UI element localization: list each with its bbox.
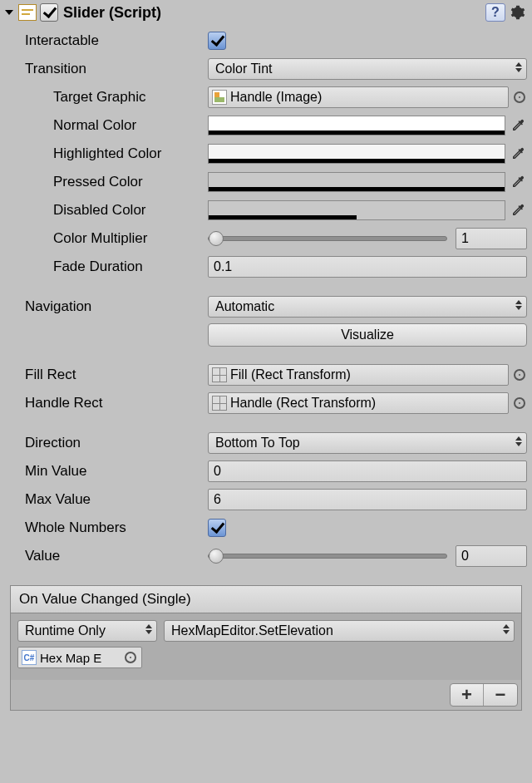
eyedropper-icon[interactable] (509, 116, 527, 135)
normal-color-field[interactable] (208, 116, 505, 135)
component-title: Slider (Script) (63, 4, 161, 22)
event-target-field[interactable]: C# Hex Map E (17, 647, 142, 668)
row-min-value: Min Value 0 (5, 457, 527, 485)
handle-rect-value: Handle (Rect Transform) (230, 396, 376, 411)
image-icon (212, 90, 227, 105)
eyedropper-icon[interactable] (509, 145, 527, 163)
row-max-value: Max Value 6 (5, 485, 527, 514)
object-picker-button[interactable] (123, 650, 138, 665)
row-fill-rect: Fill Rect Fill (Rect Transform) (5, 361, 527, 389)
label-color-multiplier: Color Multiplier (5, 230, 208, 247)
min-value-input[interactable]: 0 (208, 460, 527, 482)
label-whole-numbers: Whole Numbers (5, 520, 208, 536)
value-input[interactable]: 0 (456, 545, 527, 567)
event-method-dropdown[interactable]: HexMapEditor.SetElevation (164, 620, 515, 642)
eyedropper-icon[interactable] (509, 201, 527, 219)
pressed-color-field[interactable] (208, 172, 505, 192)
event-call-mode-dropdown[interactable]: Runtime Only (17, 620, 157, 642)
fill-rect-value: Fill (Rect Transform) (230, 367, 351, 382)
row-disabled-color: Disabled Color (5, 196, 527, 224)
max-value-text: 6 (214, 492, 221, 507)
row-interactable: Interactable (5, 27, 527, 55)
label-interactable: Interactable (5, 32, 208, 49)
label-normal-color: Normal Color (5, 117, 208, 134)
event-footer: + − (11, 680, 521, 710)
cs-script-icon: C# (22, 650, 37, 665)
object-picker-button[interactable] (512, 396, 527, 411)
eyedropper-icon[interactable] (509, 173, 527, 191)
label-min-value: Min Value (5, 463, 208, 480)
row-value: Value 0 (5, 542, 527, 570)
navigation-dropdown[interactable]: Automatic (208, 296, 527, 318)
fill-rect-field[interactable]: Fill (Rect Transform) (208, 364, 509, 386)
row-fade-duration: Fade Duration 0.1 (5, 253, 527, 281)
event-title: On Value Changed (Single) (11, 586, 521, 613)
rect-transform-icon (212, 396, 227, 411)
event-target-value: Hex Map E (40, 651, 101, 665)
help-icon[interactable]: ? (485, 3, 505, 22)
row-normal-color: Normal Color (5, 111, 527, 140)
object-picker-button[interactable] (512, 90, 527, 105)
label-handle-rect: Handle Rect (5, 395, 208, 411)
object-picker-button[interactable] (512, 367, 527, 382)
label-pressed-color: Pressed Color (5, 174, 208, 190)
label-fill-rect: Fill Rect (5, 367, 208, 383)
row-handle-rect: Handle Rect Handle (Rect Transform) (5, 389, 527, 417)
row-direction: Direction Bottom To Top (5, 429, 527, 457)
target-graphic-field[interactable]: Handle (Image) (208, 86, 509, 108)
label-max-value: Max Value (5, 491, 208, 508)
row-target-graphic: Target Graphic Handle (Image) (5, 83, 527, 111)
highlighted-color-field[interactable] (208, 144, 505, 164)
navigation-value: Automatic (215, 299, 274, 314)
row-visualize: Visualize (5, 321, 527, 349)
color-multiplier-value: 1 (461, 231, 469, 246)
fade-duration-value: 0.1 (214, 259, 232, 274)
on-value-changed-event: On Value Changed (Single) Runtime Only H… (10, 585, 522, 711)
whole-numbers-checkbox[interactable] (208, 519, 226, 537)
foldout-toggle[interactable] (5, 10, 13, 15)
label-navigation: Navigation (5, 298, 208, 315)
row-transition: Transition Color Tint (5, 55, 527, 83)
direction-value: Bottom To Top (215, 436, 300, 451)
color-multiplier-input[interactable]: 1 (456, 228, 527, 249)
value-slider[interactable] (208, 545, 452, 567)
event-add-remove-buttons: + − (450, 683, 518, 707)
script-icon (18, 4, 37, 21)
add-event-button[interactable]: + (451, 684, 484, 706)
fade-duration-input[interactable]: 0.1 (208, 256, 527, 278)
handle-rect-field[interactable]: Handle (Rect Transform) (208, 392, 509, 414)
min-value-text: 0 (214, 464, 221, 479)
max-value-input[interactable]: 6 (208, 489, 527, 510)
label-fade-duration: Fade Duration (5, 259, 208, 275)
row-color-multiplier: Color Multiplier 1 (5, 224, 527, 253)
interactable-checkbox[interactable] (208, 32, 226, 50)
color-multiplier-slider[interactable] (208, 228, 452, 249)
disabled-color-field[interactable] (208, 200, 505, 220)
target-graphic-value: Handle (Image) (230, 90, 322, 105)
slider-component-inspector: Slider (Script) ? Interactable Transitio… (0, 0, 532, 716)
direction-dropdown[interactable]: Bottom To Top (208, 432, 527, 454)
row-navigation: Navigation Automatic (5, 293, 527, 321)
label-disabled-color: Disabled Color (5, 202, 208, 219)
label-direction: Direction (5, 435, 208, 451)
rect-transform-icon (212, 367, 227, 382)
event-body: Runtime Only HexMapEditor.SetElevation C… (11, 613, 521, 680)
gear-icon[interactable] (509, 3, 527, 22)
row-highlighted-color: Highlighted Color (5, 140, 527, 168)
visualize-label: Visualize (341, 327, 394, 342)
label-target-graphic: Target Graphic (5, 89, 208, 106)
event-method-value: HexMapEditor.SetElevation (171, 623, 333, 638)
label-transition: Transition (5, 61, 208, 77)
component-header[interactable]: Slider (Script) ? (5, 2, 527, 27)
transition-dropdown[interactable]: Color Tint (208, 58, 527, 80)
label-highlighted-color: Highlighted Color (5, 145, 208, 162)
transition-value: Color Tint (215, 62, 272, 76)
row-pressed-color: Pressed Color (5, 168, 527, 196)
component-enabled-checkbox[interactable] (40, 3, 58, 22)
row-whole-numbers: Whole Numbers (5, 514, 527, 542)
event-call-mode-value: Runtime Only (25, 623, 106, 638)
visualize-button[interactable]: Visualize (208, 323, 527, 347)
value-text: 0 (461, 549, 469, 564)
label-value: Value (5, 548, 208, 564)
remove-event-button[interactable]: − (484, 684, 517, 706)
